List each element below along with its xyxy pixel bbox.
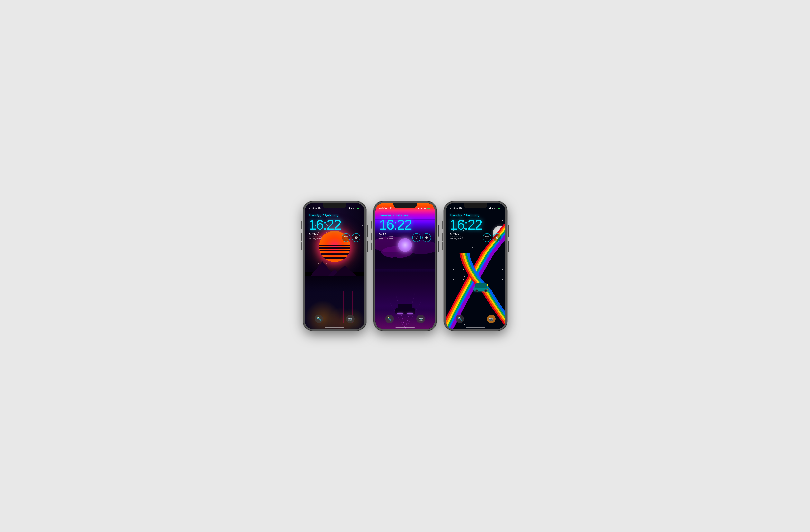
phone-2-lock-content: Tuesday 7 February 16:22 Tue 7 Feb No ev… — [375, 212, 435, 244]
phone-3-battery-label: 100 — [494, 207, 497, 209]
phone-2-widget-right: 2,495 ✦ ⌚ — [412, 233, 431, 242]
phone-2-widgets: Tue 7 Feb No events today Your day is cl… — [379, 233, 431, 242]
phone-2-widget-date: Tue 7 Feb — [379, 233, 410, 236]
phone-3-widget-event2: Your day is clear — [450, 238, 481, 240]
phone-2-battery-icon: 100 — [423, 207, 431, 209]
phone-1-home-indicator — [325, 327, 344, 327]
phone-2-screen: vodafone UK ▲ 100 — [375, 203, 435, 329]
phone-3-wrapper: vodafone UK ▲ 100 — [444, 201, 507, 331]
phone-3-widgets: Tue 7 Feb No events today Your day is cl… — [450, 233, 501, 242]
phone-3-battery-icon: 100 — [494, 207, 501, 209]
p1-sun-lines — [319, 245, 350, 262]
phone-2-watch-widget: ⌚ — [422, 233, 431, 242]
phone-3-camera-button[interactable]: 📷 — [487, 315, 496, 323]
phone-3-camera-icon: 📷 — [489, 317, 493, 321]
signal-icon — [347, 207, 350, 209]
wifi-icon: ▲ — [351, 207, 352, 209]
phone-2-wrapper: vodafone UK ▲ 100 — [374, 201, 436, 331]
phone-3-wifi-icon: ▲ — [491, 207, 493, 209]
phone-2-signal-icon — [418, 207, 420, 209]
phone-1-carrier: vodafone UK — [309, 207, 321, 209]
phone-3-widget-left: Tue 7 Feb No events today Your day is cl… — [450, 233, 481, 242]
phone-1-wrapper: vodafone UK ▲ 100 — [303, 201, 366, 331]
phone-1-steps-widget: 2,495 ✦ — [342, 233, 350, 242]
phone-1-lock-content: Tuesday 7 February 16:22 Tue 7 Feb No ev… — [305, 212, 364, 244]
torch-icon: 🔦 — [317, 317, 321, 321]
phone-2-time: 16:22 — [379, 217, 431, 232]
phone-1-steps: 2,495 — [344, 236, 348, 238]
phone-2-torch-icon: 🔦 — [387, 317, 392, 321]
phone-3-widget-date: Tue 7 Feb — [450, 233, 481, 236]
phone-1-widget-left: Tue 7 Feb No events today Your day is cl… — [309, 233, 340, 242]
phone-2-wifi-icon: ▲ — [421, 207, 423, 209]
phone-3-home-indicator — [466, 327, 485, 327]
phone-2-carrier: vodafone UK — [379, 207, 392, 209]
phone-3-bottom-buttons: 🔦 📷 — [446, 315, 505, 323]
phone-2-bottom-buttons: 🔦 📷 — [375, 315, 435, 323]
phone-2-home-indicator — [395, 327, 415, 327]
phone-1-widgets: Tue 7 Feb No events today Your day is cl… — [309, 233, 360, 242]
phone-2-widget-left: Tue 7 Feb No events today Your day is cl… — [379, 233, 410, 242]
phone-1: vodafone UK ▲ 100 — [303, 201, 366, 331]
phone-2-status-icons: ▲ 100 — [418, 207, 431, 209]
phone-2-camera-icon: 📷 — [419, 317, 423, 321]
phone-1-steps-icon: ✦ — [345, 238, 346, 239]
phone-3-steps-widget: 2,495 ✦ — [483, 233, 491, 242]
phone-3-steps: 2,495 — [485, 236, 489, 238]
battery-icon: 100 — [353, 207, 360, 209]
phone-1-screen: vodafone UK ▲ 100 — [305, 203, 364, 329]
phone-1-widget-event1: No events today — [309, 236, 340, 238]
p3-car — [474, 284, 488, 291]
phone-3-lock-content: Tuesday 7 February 16:22 Tue 7 Feb No ev… — [446, 212, 505, 244]
phone-1-camera-button[interactable]: 📷 — [346, 315, 355, 323]
phone-1-widget-date: Tue 7 Feb — [309, 233, 340, 236]
phone-2-torch-button[interactable]: 🔦 — [385, 315, 394, 323]
camera-icon: 📷 — [348, 317, 353, 321]
phones-container: vodafone UK ▲ 100 — [303, 201, 507, 331]
phone-1-widget-event2: Your day is clear — [309, 238, 340, 240]
phone-2-watch-icon: ⌚ — [425, 236, 428, 239]
phone-3-signal-icon — [488, 207, 491, 209]
phone-3-watch-widget: ⌚ — [493, 233, 501, 242]
phone-3-screen: vodafone UK ▲ 100 — [446, 203, 505, 329]
phone-3-status-icons: ▲ 100 — [488, 207, 501, 209]
phone-3: vodafone UK ▲ 100 — [444, 201, 507, 331]
phone-3-steps-icon: ✦ — [486, 238, 487, 239]
phone-2-camera-button[interactable]: 📷 — [417, 315, 425, 323]
phone-3-carrier: vodafone UK — [450, 207, 462, 209]
phone-1-watch-widget: ⌚ — [352, 233, 360, 242]
watch-icon: ⌚ — [354, 236, 358, 239]
phone-3-widget-right: 2,495 ✦ ⌚ — [483, 233, 501, 242]
phone-2-steps-icon: ✦ — [416, 238, 417, 239]
phone-1-widget-right: 2,495 ✦ ⌚ — [342, 233, 360, 242]
phone-2-status-bar: vodafone UK ▲ 100 — [375, 203, 435, 212]
phone-3-torch-icon: 🔦 — [458, 317, 462, 321]
phone-2-widget-event2: Your day is clear — [379, 238, 410, 240]
phone-1-time: 16:22 — [309, 217, 360, 232]
phone-2: vodafone UK ▲ 100 — [374, 201, 436, 331]
phone-2-battery-label: 100 — [423, 207, 426, 209]
phone-1-status-bar: vodafone UK ▲ 100 — [305, 203, 364, 212]
phone-2-steps: 2,495 — [414, 236, 419, 238]
phone-3-watch-icon: ⌚ — [495, 236, 499, 239]
phone-3-time: 16:22 — [450, 217, 501, 232]
phone-3-torch-button[interactable]: 🔦 — [456, 315, 464, 323]
phone-2-widget-event1: No events today — [379, 236, 410, 238]
phone-3-status-bar: vodafone UK ▲ 100 — [446, 203, 505, 212]
phone-1-torch-button[interactable]: 🔦 — [315, 315, 323, 323]
phone-3-widget-event1: No events today — [450, 236, 481, 238]
phone-1-bottom-buttons: 🔦 📷 — [305, 315, 364, 323]
phone-1-status-icons: ▲ 100 — [347, 207, 360, 209]
phone-2-steps-widget: 2,495 ✦ — [412, 233, 421, 242]
star-dot-6 — [496, 285, 496, 286]
battery-label: 100 — [353, 207, 356, 209]
